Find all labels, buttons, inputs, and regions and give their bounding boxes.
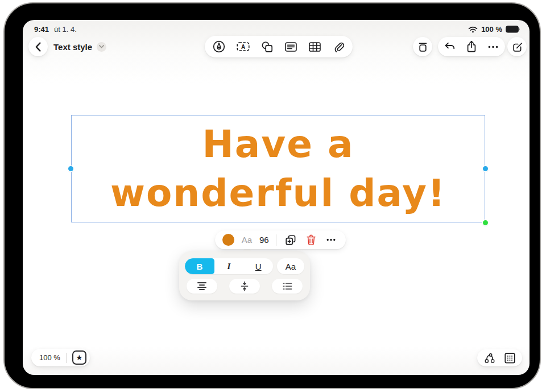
back-button[interactable] [28,37,48,56]
bold-italic-underline-segment: B I U [185,258,273,274]
top-toolbar: Text style [23,36,530,57]
text-box-tool-icon: A [237,42,250,52]
chevron-down-icon [99,45,104,48]
text-box-tool-button[interactable]: A [233,37,253,56]
board-text[interactable]: Have a wonderful day! [72,115,485,222]
duplicate-icon [285,234,296,246]
insert-tools-pill: A [205,36,353,57]
title-menu-button[interactable] [97,42,106,52]
table-tool-icon [309,42,321,52]
new-board-icon [511,41,523,53]
ipad-bezel: 9:41 út 1. 4. 100 % [3,2,541,389]
bottom-right-controls [477,349,522,366]
new-board-button[interactable] [507,37,527,56]
resize-handle-left[interactable] [68,166,73,171]
duplicate-button[interactable] [284,233,297,247]
more-options-button[interactable] [325,233,337,247]
color-swatch[interactable] [222,234,234,246]
wifi-icon [468,26,478,33]
more-options-icon [326,238,336,241]
shapes-tool-button[interactable] [257,37,276,56]
bold-button[interactable]: B [185,258,214,274]
list-icon [283,282,292,290]
delete-board-button[interactable] [413,37,432,56]
clock: 9:41 [34,25,49,34]
share-icon [466,40,477,53]
delete-board-icon [417,41,429,53]
more-icon [488,46,498,48]
note-tool-icon [285,42,297,52]
note-tool-button[interactable] [281,37,300,56]
freeform-app-screen: 9:41 út 1. 4. 100 % [23,20,530,375]
delete-button[interactable] [305,233,317,247]
shapes-tool-icon [261,41,273,53]
connect-shapes-button[interactable] [482,350,497,365]
chevron-left-icon [35,42,41,52]
delete-icon [306,234,316,246]
italic-button[interactable]: I [214,258,244,274]
zoom-divider [66,353,67,363]
snap-grid-icon [504,353,515,364]
favorites-star-icon: ★ [76,353,83,362]
underline-button[interactable]: U [243,258,273,274]
board-text-line1: Have a [202,120,354,169]
font-style-button[interactable]: Aa [277,258,304,274]
context-divider [276,234,276,246]
share-button[interactable] [462,37,481,56]
table-tool-button[interactable] [305,37,324,56]
text-format-popup: B I U Aa [179,251,310,300]
align-center-button[interactable] [187,279,217,294]
undo-button[interactable] [440,37,460,56]
more-button[interactable] [483,37,503,56]
list-button[interactable] [272,279,303,294]
connect-shapes-icon [485,353,495,363]
vertical-align-center-button[interactable] [229,279,260,294]
status-date: út 1. 4. [54,25,77,34]
svg-text:A: A [241,44,245,50]
context-toolbar: Aa 96 [215,230,346,249]
zoom-controls: 100 % ★ [31,349,90,366]
actions-pill [438,37,505,56]
text-style-button[interactable]: Aa [242,235,252,245]
align-center-icon [197,282,206,290]
resize-handle-right[interactable] [483,166,488,171]
zoom-level[interactable]: 100 % [39,353,60,362]
board-title[interactable]: Text style [53,42,92,52]
undo-icon [444,42,456,52]
status-bar-right: 100 % [468,25,520,34]
favorites-button[interactable]: ★ [72,350,86,365]
battery-icon [506,26,520,33]
vertical-align-center-icon [240,281,249,291]
draw-tool-button[interactable] [209,37,229,56]
board-text-line2: wonderful day! [110,169,446,218]
draw-tool-icon [213,40,225,53]
battery-percentage: 100 % [481,25,502,34]
attachment-tool-icon [333,41,345,53]
status-bar-left: 9:41 út 1. 4. [34,25,77,34]
resize-handle-bottom-right[interactable] [483,220,488,225]
attachment-tool-button[interactable] [329,37,348,56]
snap-grid-button[interactable] [502,350,517,365]
font-size-value[interactable]: 96 [259,235,269,245]
text-object-selection[interactable]: Have a wonderful day! [71,115,485,222]
screenshot-stage: 9:41 út 1. 4. 100 % [0,0,546,392]
